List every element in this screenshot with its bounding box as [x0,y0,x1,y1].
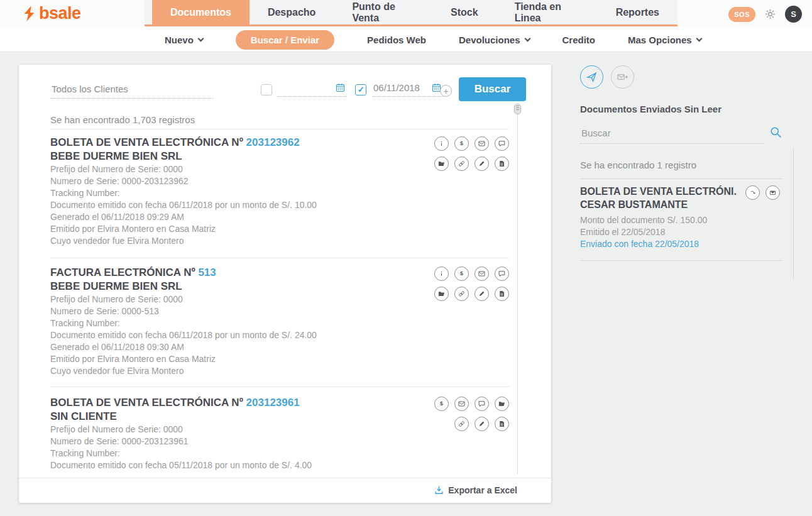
scrollbar-thumb[interactable] [514,104,521,114]
subnav-label: Credito [562,35,596,45]
subnav-item-mas-opciones[interactable]: Mas Opciones [628,35,701,45]
subnav-item-devoluciones[interactable]: Devoluciones [459,35,530,45]
folder-icon[interactable] [434,287,449,301]
export-excel-button[interactable]: Exportar a Excel [434,485,517,495]
comment-icon[interactable] [495,266,509,281]
document-detail: Tracking Number: [50,317,509,329]
document-detail: Emitido por Elvira Montero en Casa Matri… [50,223,509,235]
tab-despacho[interactable]: Despacho [250,0,334,25]
document-icon[interactable] [495,417,509,431]
document-number-link[interactable]: 203123961 [246,397,300,409]
tab-reportes[interactable]: Reportes [598,0,678,25]
subnav-label: Devoluciones [459,35,520,45]
folder-icon[interactable] [495,397,509,411]
pencil-icon[interactable] [475,417,489,431]
panel-search-input[interactable]: Buscar [580,126,764,144]
avatar[interactable]: S [785,6,802,23]
folder-icon[interactable] [434,156,449,171]
info-icon[interactable] [434,266,449,281]
document-actions [434,266,509,301]
mail-icon[interactable] [454,397,469,411]
document-detail: Numero de Serie: 0000-203123961 [50,436,509,447]
mail-open-icon[interactable] [765,185,780,200]
search-icon[interactable] [769,126,782,139]
payment-icon[interactable] [434,397,449,411]
subnav-label: Pedidos Web [367,35,426,45]
document-number-link[interactable]: 203123962 [246,136,300,148]
subnav-label: Mas Opciones [628,35,692,45]
sent-document-client: CESAR BUSTAMANTE [580,198,782,212]
mail-forward-icon[interactable] [611,65,634,89]
plus-circle-icon[interactable]: + [440,85,452,97]
divider [580,178,782,179]
tab-tienda-en-linea[interactable]: Tienda en Linea [497,0,598,25]
link-icon[interactable] [454,287,469,301]
scrollbar-track[interactable] [517,104,518,474]
send-plane-icon[interactable] [580,65,603,89]
date-from-input[interactable] [278,81,347,97]
document-detail: Tracking Number: [50,447,509,459]
search-form: Todos los Clientes 06/11/2018 + Buscar [50,77,526,102]
top-navigation: bsale Documentos Despacho Punto de Venta… [0,0,812,28]
main-tabs: Documentos Despacho Punto de Venta Stock… [145,0,678,26]
subnav-item-buscar-enviar[interactable]: Buscar / Enviar [236,30,334,50]
document-actions [434,136,509,171]
divider [50,387,509,387]
document-detail: Tracking Number: [50,187,509,199]
subnav-label: Buscar / Enviar [251,35,319,45]
mail-icon[interactable] [475,266,489,281]
bsale-logo-icon [23,5,36,23]
comment-icon[interactable] [475,397,489,411]
payment-icon[interactable] [454,136,469,151]
tab-punto-de-venta[interactable]: Punto de Venta [334,0,432,25]
sos-badge[interactable]: SOS [728,7,755,22]
date-to-checkbox[interactable] [355,84,366,96]
client-filter-input[interactable]: Todos los Clientes [50,81,214,99]
document-detail: Documento emitido con fecha 06/11/2018 p… [50,199,509,211]
gear-icon[interactable] [764,8,777,21]
date-to-value: 06/11/2018 [373,82,427,93]
pencil-icon[interactable] [475,287,489,301]
pencil-icon[interactable] [475,156,489,171]
tab-stock[interactable]: Stock [432,0,497,25]
subnav-item-pedidos-web[interactable]: Pedidos Web [367,35,426,45]
document-detail: Generado el 06/11/2018 09:30 AM [50,341,509,353]
document-icon[interactable] [495,156,509,171]
document-detail: Documento emitido con fecha 05/11/2018 p… [50,459,509,471]
link-icon[interactable] [454,156,469,171]
document-detail: Cuyo vendedor fue Elvira Montero [50,235,509,247]
document-icon[interactable] [495,287,509,301]
search-button[interactable]: Buscar [459,77,526,101]
tab-documentos[interactable]: Documentos [152,0,250,25]
bsale-logo[interactable]: bsale [23,4,81,23]
sent-documents-panel: Documentos Enviados Sin Leer Buscar Se h… [580,65,798,261]
documents-sub-navigation: Nuevo Buscar / Enviar Pedidos Web Devolu… [0,28,812,52]
sent-document-item: BOLETA DE VENTA ELECTRÓNI... CESAR BUSTA… [580,185,782,250]
document-detail: Documento emitido con fecha 06/11/2018 p… [50,329,509,341]
document-row: FACTURA ELECTRÓNICA Nº 513 BEBE DUERME B… [50,265,509,377]
documents-search-card: Todos los Clientes 06/11/2018 + Buscar S… [19,65,551,503]
document-detail: Cuyo vendedor fue Elvira Montero [50,365,509,377]
date-to-input[interactable]: 06/11/2018 [372,81,443,97]
sent-document-link[interactable]: Enviado con fecha 22/05/2018 [580,238,782,250]
date-from-checkbox[interactable] [261,84,272,96]
payment-icon[interactable] [454,266,469,281]
sent-document-title: BOLETA DE VENTA ELECTRÓNI... [580,185,737,198]
document-row: BOLETA DE VENTA ELECTRÓNICA Nº 203123961… [50,395,509,471]
link-icon[interactable] [454,417,469,431]
document-type: BOLETA DE VENTA ELECTRÓNICA Nº [50,397,246,409]
brand-name: bsale [39,4,81,23]
download-icon [434,485,444,495]
document-actions [434,397,509,431]
calendar-icon[interactable] [335,82,346,93]
subnav-item-nuevo[interactable]: Nuevo [165,35,203,45]
document-row: BOLETA DE VENTA ELECTRÓNICA Nº 203123962… [50,135,509,247]
subnav-item-credito[interactable]: Credito [562,35,596,45]
document-number-link[interactable]: 513 [198,266,216,278]
export-bar: Exportar a Excel [19,478,551,503]
panel-scrollbar-track[interactable] [793,148,794,280]
comment-icon[interactable] [495,136,509,151]
info-icon[interactable] [434,136,449,151]
mail-icon[interactable] [475,136,489,151]
forward-arrow-icon[interactable] [745,185,760,200]
